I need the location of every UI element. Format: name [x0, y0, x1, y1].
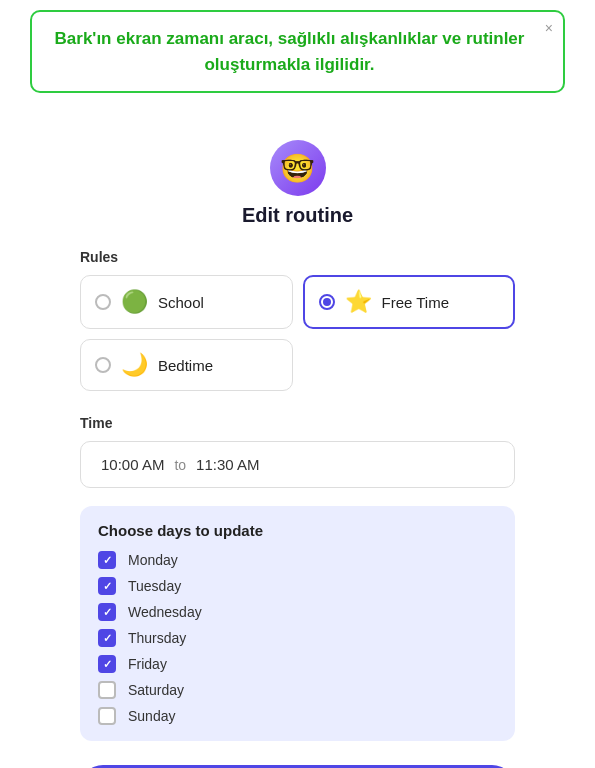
day-row-tuesday[interactable]: Tuesday	[98, 577, 497, 595]
day-label-thursday: Thursday	[128, 630, 186, 646]
avatar: 🤓	[270, 140, 326, 196]
bedtime-label: Bedtime	[158, 357, 213, 374]
checkbox-wednesday[interactable]	[98, 603, 116, 621]
day-label-tuesday: Tuesday	[128, 578, 181, 594]
radio-bedtime	[95, 357, 111, 373]
day-row-monday[interactable]: Monday	[98, 551, 497, 569]
tooltip-text: Bark'ın ekran zamanı aracı, sağlıklı alı…	[46, 26, 533, 77]
bedtime-icon: 🌙	[121, 352, 148, 378]
rules-label: Rules	[80, 249, 118, 265]
main-content: 🤓 Edit routine Rules 🟢 School ⭐ Free Tim…	[0, 140, 595, 768]
rule-option-school[interactable]: 🟢 School	[80, 275, 293, 329]
day-row-friday[interactable]: Friday	[98, 655, 497, 673]
day-row-saturday[interactable]: Saturday	[98, 681, 497, 699]
day-row-thursday[interactable]: Thursday	[98, 629, 497, 647]
day-row-sunday[interactable]: Sunday	[98, 707, 497, 725]
days-section: Choose days to update Monday Tuesday Wed…	[80, 506, 515, 741]
day-label-sunday: Sunday	[128, 708, 175, 724]
checkbox-tuesday[interactable]	[98, 577, 116, 595]
time-end: 11:30 AM	[196, 456, 259, 473]
day-label-saturday: Saturday	[128, 682, 184, 698]
days-title: Choose days to update	[98, 522, 497, 539]
day-label-friday: Friday	[128, 656, 167, 672]
tooltip-close-icon[interactable]: ×	[545, 20, 553, 36]
time-label: Time	[80, 415, 515, 431]
time-box[interactable]: 10:00 AM to 11:30 AM	[80, 441, 515, 488]
day-row-wednesday[interactable]: Wednesday	[98, 603, 497, 621]
checkbox-thursday[interactable]	[98, 629, 116, 647]
checkbox-monday[interactable]	[98, 551, 116, 569]
page-title: Edit routine	[242, 204, 353, 227]
time-section: Time 10:00 AM to 11:30 AM	[80, 415, 515, 488]
checkbox-sunday[interactable]	[98, 707, 116, 725]
freetime-icon: ⭐	[345, 289, 372, 315]
avatar-emoji: 🤓	[280, 152, 315, 185]
rule-option-bedtime[interactable]: 🌙 Bedtime	[80, 339, 293, 391]
rules-grid: 🟢 School ⭐ Free Time 🌙 Bedtime	[80, 275, 515, 391]
school-label: School	[158, 294, 204, 311]
radio-freetime	[319, 294, 335, 310]
school-icon: 🟢	[121, 289, 148, 315]
day-label-wednesday: Wednesday	[128, 604, 202, 620]
day-label-monday: Monday	[128, 552, 178, 568]
freetime-label: Free Time	[382, 294, 450, 311]
time-start: 10:00 AM	[101, 456, 164, 473]
tooltip-banner: Bark'ın ekran zamanı aracı, sağlıklı alı…	[30, 10, 565, 93]
radio-school	[95, 294, 111, 310]
checkbox-saturday[interactable]	[98, 681, 116, 699]
rule-option-freetime[interactable]: ⭐ Free Time	[303, 275, 516, 329]
time-separator: to	[174, 457, 186, 473]
checkbox-friday[interactable]	[98, 655, 116, 673]
